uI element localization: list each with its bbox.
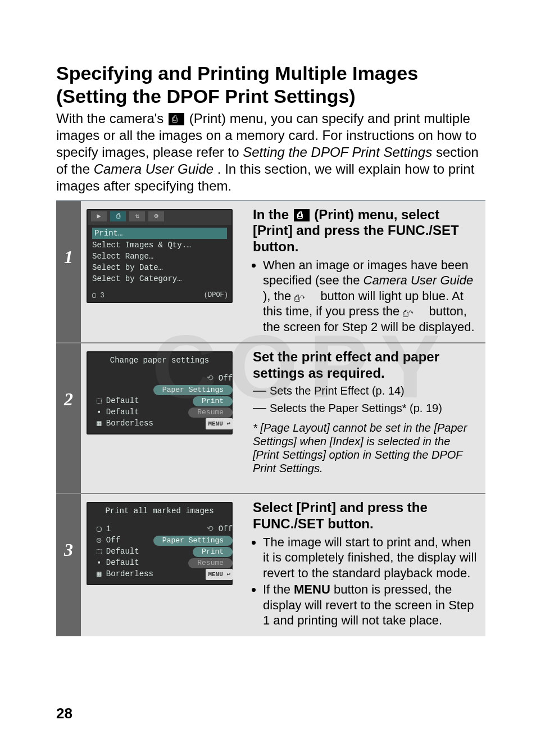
print-share-icon bbox=[294, 289, 317, 300]
screen-2-title: Change paper settings bbox=[88, 352, 231, 370]
step-row-1: 1 ▶ ⎙ ⇅ ⚙ Print… Select Images & Qty.… S… bbox=[56, 201, 485, 343]
step-number-3: 3 bbox=[57, 495, 80, 560]
menu-item-select-range: Select Range… bbox=[92, 251, 227, 262]
print-share-icon bbox=[403, 305, 425, 315]
step-1-heading: In the (Print) menu, select [Print] and … bbox=[253, 207, 479, 255]
step-3-heading: Select [Print] and press the FUNC./SET b… bbox=[253, 500, 479, 532]
callout-line-icon bbox=[253, 391, 266, 398]
step-3-b2-bold: MENU bbox=[294, 582, 330, 596]
menu-item-select-images: Select Images & Qty.… bbox=[92, 239, 227, 251]
step-3-bullet-1: The image will start to print and, when … bbox=[263, 535, 479, 581]
s3-paper-settings-pill: Paper Settings bbox=[153, 536, 233, 546]
step-row-3: 3 Print all marked images ▢ 1 ◎ Off ⬚ De… bbox=[56, 494, 485, 636]
step-row-2: 2 Change paper settings ⬚ Default ▪ Defa… bbox=[56, 343, 485, 494]
tab-tools-icon: ⇅ bbox=[129, 211, 145, 221]
step-1-bullet: When an image or images have been specif… bbox=[263, 257, 479, 335]
step-2-heading: Set the print effect and paper settings … bbox=[253, 349, 479, 382]
print-icon bbox=[294, 209, 310, 221]
s2-left-0 bbox=[97, 373, 153, 384]
tab-settings-icon: ⚙ bbox=[148, 211, 164, 221]
callout-line-icon bbox=[253, 408, 266, 415]
screen-3-title: Print all marked images bbox=[88, 503, 231, 521]
s3-left-0: ▢ 1 bbox=[97, 523, 153, 535]
s3-print-pill: Print bbox=[193, 547, 233, 557]
callout-print-effect: Sets the Print Effect (p. 14) bbox=[253, 384, 479, 398]
s3-off: Off bbox=[219, 524, 233, 533]
step-number-2: 2 bbox=[57, 344, 80, 410]
s2-paper-settings-pill: Paper Settings bbox=[153, 385, 233, 395]
s3-left-2: ⬚ Default bbox=[97, 546, 153, 557]
intro-ital-2: Camera User Guide bbox=[94, 161, 214, 176]
step-number-1: 1 bbox=[57, 202, 80, 268]
screen-1: ▶ ⎙ ⇅ ⚙ Print… Select Images & Qty.… Sel… bbox=[87, 209, 233, 303]
s3-left-3: ▪ Default bbox=[97, 557, 153, 568]
s2-print-pill: Print bbox=[193, 396, 233, 406]
tab-print-icon: ⎙ bbox=[110, 211, 126, 221]
s2-resume-pill: Resume bbox=[188, 408, 233, 418]
s3-resume-pill: Resume bbox=[188, 558, 233, 568]
callout-paper-settings-text: Selects the Paper Settings* (p. 19) bbox=[270, 401, 442, 415]
screen-1-tabbar: ▶ ⎙ ⇅ ⚙ bbox=[88, 210, 231, 225]
screen-2: Change paper settings ⬚ Default ▪ Defaul… bbox=[87, 351, 233, 434]
s2-menu-back: MENU ↩ bbox=[206, 418, 233, 429]
steps-table: 1 ▶ ⎙ ⇅ ⚙ Print… Select Images & Qty.… S… bbox=[56, 201, 485, 636]
page-title: Specifying and Printing Multiple Images … bbox=[56, 62, 485, 108]
tab-playback-icon: ▶ bbox=[91, 211, 107, 221]
s2-left-4: ▦ Borderless bbox=[97, 418, 153, 429]
step-3-bullet-2: If the MENU button is pressed, the displ… bbox=[263, 582, 479, 628]
step-1-heading-pre: In the bbox=[253, 207, 293, 222]
step-3-b2-pre: If the bbox=[263, 582, 294, 596]
s3-left-4: ▦ Borderless bbox=[97, 568, 153, 580]
screen-3: Print all marked images ▢ 1 ◎ Off ⬚ Defa… bbox=[87, 502, 233, 585]
menu-item-select-date: Select by Date… bbox=[92, 262, 227, 273]
intro-pre: With the camera's bbox=[56, 111, 167, 126]
menu-item-print: Print… bbox=[92, 228, 227, 239]
s2-left-2: ⬚ Default bbox=[97, 395, 153, 406]
intro-paragraph: With the camera's (Print) menu, you can … bbox=[56, 110, 485, 194]
s2-off: Off bbox=[219, 374, 233, 383]
s2-left-1 bbox=[97, 384, 153, 395]
intro-ital-1: Setting the DPOF Print Settings bbox=[243, 144, 432, 160]
callout-paper-settings: Selects the Paper Settings* (p. 19) bbox=[253, 401, 479, 415]
callout-print-effect-text: Sets the Print Effect (p. 14) bbox=[270, 384, 405, 398]
s3-left-1: ◎ Off bbox=[97, 535, 153, 546]
step-2-footnote: * [Page Layout] cannot be set in the [Pa… bbox=[253, 421, 479, 475]
screen-1-footer-left: ▢ 3 bbox=[92, 291, 105, 300]
print-icon bbox=[169, 113, 184, 125]
menu-item-select-category: Select by Category… bbox=[92, 273, 227, 284]
step-1-bullet-mid: ), the bbox=[263, 289, 294, 303]
page-number: 28 bbox=[56, 705, 72, 722]
s2-left-3: ▪ Default bbox=[97, 406, 153, 418]
step-1-bullet-ital: Camera User Guide bbox=[364, 273, 474, 287]
screen-1-footer-right: (DPOF) bbox=[204, 291, 228, 300]
s3-menu-back: MENU ↩ bbox=[206, 569, 233, 580]
